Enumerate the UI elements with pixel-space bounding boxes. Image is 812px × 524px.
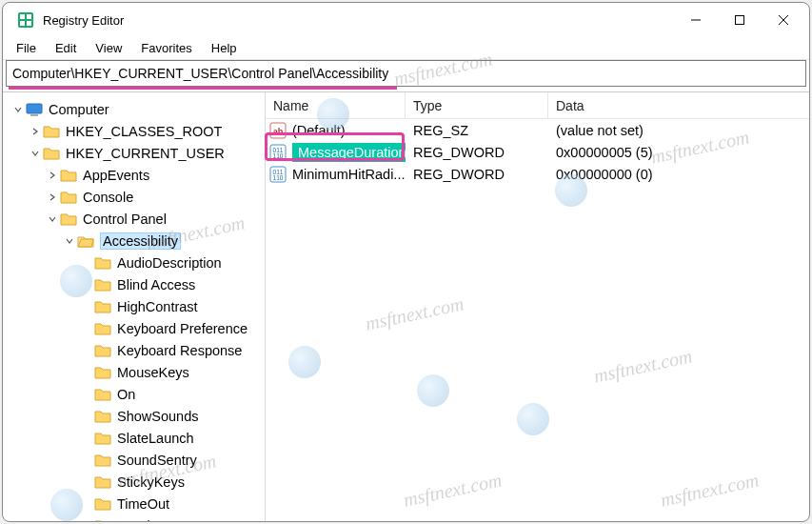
close-button[interactable]: [762, 6, 805, 34]
svg-rect-6: [736, 16, 744, 25]
tree-label: Control Panel: [83, 212, 167, 227]
folder-icon: [43, 124, 60, 139]
menu-favorites[interactable]: Favorites: [131, 39, 201, 57]
minimize-button[interactable]: [674, 6, 718, 34]
value-data: 0x00000005 (5): [548, 145, 653, 160]
tree-label: Blind Access: [117, 277, 195, 292]
value-row[interactable]: 011110MessageDurationREG_DWORD0x00000005…: [266, 141, 809, 163]
tree-child[interactable]: TimeOut: [7, 493, 265, 514]
window-title: Registry Editor: [43, 13, 124, 28]
tree-label: ToggleKeys: [117, 518, 188, 522]
titlebar: Registry Editor: [3, 3, 809, 37]
tree-accessibility[interactable]: Accessibility: [7, 230, 265, 252]
chevron-down-icon[interactable]: [45, 212, 60, 227]
chevron-right-icon[interactable]: [45, 168, 60, 183]
folder-icon: [94, 343, 111, 358]
column-type[interactable]: Type: [406, 92, 548, 118]
menu-help[interactable]: Help: [202, 39, 247, 57]
list-header: Name Type Data: [266, 92, 809, 119]
menu-file[interactable]: File: [7, 39, 46, 57]
tree-hkcu[interactable]: HKEY_CURRENT_USER: [7, 142, 265, 164]
tree-label: On: [117, 387, 135, 402]
tree-appevents[interactable]: AppEvents: [7, 164, 265, 186]
tree-child[interactable]: Keyboard Preference: [7, 317, 265, 339]
svg-rect-2: [27, 14, 31, 19]
tree-label: SoundSentry: [117, 453, 197, 468]
address-bar[interactable]: Computer\HKEY_CURRENT_USER\Control Panel…: [6, 60, 806, 87]
tree-child[interactable]: StickyKeys: [7, 471, 265, 493]
folder-icon: [94, 255, 111, 271]
tree-label: Computer: [49, 102, 109, 117]
tree-controlpanel[interactable]: Control Panel: [7, 208, 265, 230]
tree-label: AppEvents: [83, 168, 149, 183]
tree-label: Console: [83, 190, 133, 205]
folder-icon: [43, 146, 60, 161]
menu-edit[interactable]: Edit: [46, 39, 86, 57]
maximize-button[interactable]: [718, 6, 762, 34]
column-name[interactable]: Name: [266, 92, 406, 118]
value-type: REG_SZ: [406, 123, 548, 138]
value-type: REG_DWORD: [406, 145, 548, 160]
folder-icon: [94, 409, 111, 424]
tree-label: TimeOut: [117, 496, 169, 512]
value-data: (value not set): [548, 123, 644, 138]
folder-icon: [60, 168, 77, 183]
chevron-down-icon[interactable]: [10, 102, 26, 117]
folder-icon: [94, 321, 111, 336]
value-type: REG_DWORD: [406, 167, 548, 182]
folder-icon: [94, 518, 111, 522]
tree-label: Keyboard Response: [117, 343, 242, 358]
tree-label: Accessibility: [100, 232, 181, 250]
tree-label: HKEY_CURRENT_USER: [66, 146, 225, 161]
tree-child[interactable]: Keyboard Response: [7, 339, 265, 361]
tree-child[interactable]: ToggleKeys: [7, 514, 265, 521]
binary-value-icon: 011110: [269, 166, 287, 183]
regedit-icon: [18, 12, 33, 28]
folder-icon: [60, 212, 77, 227]
tree-child[interactable]: On: [7, 383, 265, 405]
tree-label: HighContrast: [117, 299, 198, 314]
tree-child[interactable]: SlateLaunch: [7, 427, 265, 449]
registry-editor-window: Registry Editor File Edit View Favorites…: [2, 2, 810, 522]
computer-icon: [26, 102, 43, 117]
chevron-down-icon[interactable]: [62, 233, 77, 249]
tree-child[interactable]: AudioDescription: [7, 252, 265, 273]
menu-view[interactable]: View: [86, 39, 131, 57]
value-row[interactable]: 011110MinimumHitRadi...REG_DWORD0x000000…: [266, 163, 809, 185]
tree-pane: Computer HKEY_CLASSES_ROOT HKEY_CURRENT_…: [3, 92, 266, 521]
chevron-down-icon[interactable]: [28, 146, 43, 161]
chevron-right-icon[interactable]: [28, 124, 43, 139]
folder-icon: [60, 190, 77, 205]
svg-rect-10: [30, 114, 38, 116]
svg-rect-4: [27, 21, 31, 26]
string-value-icon: ab: [269, 122, 287, 139]
tree-child[interactable]: MouseKeys: [7, 361, 265, 383]
address-text: Computer\HKEY_CURRENT_USER\Control Panel…: [12, 66, 388, 81]
tree-label: StickyKeys: [117, 474, 185, 490]
value-data: 0x00000000 (0): [548, 167, 653, 182]
tree-computer[interactable]: Computer: [7, 98, 265, 120]
value-row[interactable]: ab(Default)REG_SZ(value not set): [266, 119, 809, 141]
tree-child[interactable]: HighContrast: [7, 295, 265, 317]
list-pane: Name Type Data ab(Default)REG_SZ(value n…: [266, 92, 809, 521]
tree-label: SlateLaunch: [117, 431, 194, 446]
folder-icon: [94, 496, 111, 512]
column-data[interactable]: Data: [548, 92, 809, 118]
svg-text:110: 110: [273, 174, 284, 181]
tree-child[interactable]: ShowSounds: [7, 405, 265, 427]
tree-child[interactable]: SoundSentry: [7, 449, 265, 471]
folder-icon: [94, 453, 111, 468]
value-name: MessageDuration: [292, 143, 406, 162]
tree-label: MouseKeys: [117, 365, 189, 380]
folder-icon: [94, 365, 111, 380]
tree-label: HKEY_CLASSES_ROOT: [66, 124, 222, 139]
tree-hkcr[interactable]: HKEY_CLASSES_ROOT: [7, 120, 265, 142]
tree-console[interactable]: Console: [7, 186, 265, 208]
folder-open-icon: [77, 233, 94, 249]
menubar: File Edit View Favorites Help: [3, 37, 809, 60]
tree-child[interactable]: Blind Access: [7, 273, 265, 295]
tree-label: Keyboard Preference: [117, 321, 248, 336]
chevron-right-icon[interactable]: [45, 190, 60, 205]
folder-icon: [94, 277, 111, 292]
svg-rect-1: [20, 14, 25, 19]
